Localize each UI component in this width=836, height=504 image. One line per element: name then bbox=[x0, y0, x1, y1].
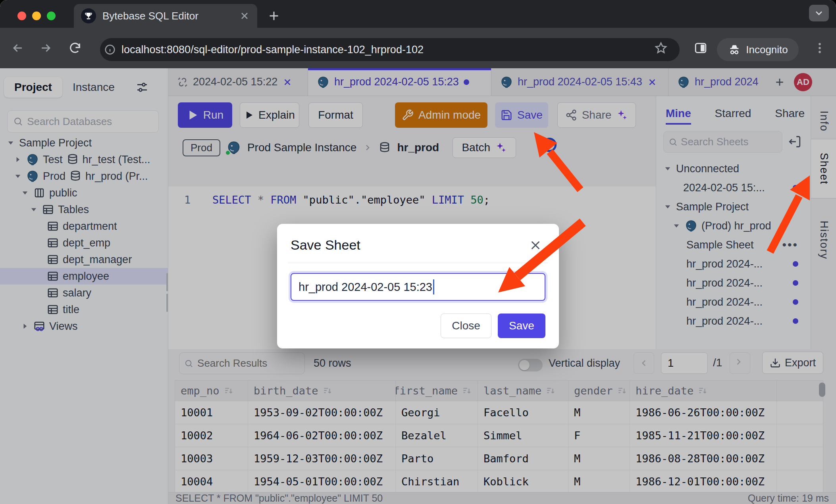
bookmark-star-icon[interactable] bbox=[654, 41, 668, 55]
forward-icon[interactable] bbox=[39, 41, 52, 55]
sheet-name-input[interactable]: hr_prod 2024-02-05 15:23 bbox=[291, 273, 545, 301]
browser-tab-strip: Bytebase SQL Editor bbox=[0, 0, 836, 28]
sheet-name-value: hr_prod 2024-02-05 15:23 bbox=[299, 281, 432, 294]
dialog-close-icon[interactable] bbox=[529, 239, 542, 252]
browser-tab-title: Bytebase SQL Editor bbox=[102, 10, 233, 22]
side-panel-icon[interactable] bbox=[694, 41, 707, 55]
url-text: localhost:8080/sql-editor/prod-sample-in… bbox=[121, 44, 424, 56]
text-cursor bbox=[433, 279, 434, 294]
browser-window: Bytebase SQL Editor localhost:8080/sql-e… bbox=[0, 0, 836, 504]
close-tab-icon[interactable] bbox=[239, 10, 250, 21]
browser-toolbar: localhost:8080/sql-editor/prod-sample-in… bbox=[0, 28, 836, 68]
save-sheet-dialog: Save Sheet hr_prod 2024-02-05 15:23 Clos… bbox=[277, 224, 559, 348]
incognito-badge: Incognito bbox=[717, 38, 799, 61]
close-window-button[interactable] bbox=[17, 12, 26, 20]
incognito-icon bbox=[728, 43, 741, 56]
url-bar[interactable]: localhost:8080/sql-editor/prod-sample-in… bbox=[100, 38, 680, 61]
reload-icon[interactable] bbox=[68, 41, 82, 55]
dialog-title: Save Sheet bbox=[291, 237, 360, 253]
dialog-close-button[interactable]: Close bbox=[441, 314, 491, 338]
bytebase-favicon bbox=[81, 8, 96, 23]
incognito-label: Incognito bbox=[746, 44, 788, 56]
browser-menu-icon[interactable] bbox=[813, 41, 826, 55]
browser-tab[interactable]: Bytebase SQL Editor bbox=[74, 4, 257, 28]
dialog-divider bbox=[288, 263, 548, 263]
back-icon[interactable] bbox=[11, 41, 25, 55]
site-info-icon[interactable] bbox=[104, 44, 116, 56]
new-tab-button[interactable] bbox=[267, 9, 281, 23]
zoom-window-button[interactable] bbox=[47, 12, 56, 20]
tab-search-chevron-button[interactable] bbox=[809, 5, 829, 21]
dialog-save-button[interactable]: Save bbox=[498, 314, 545, 338]
minimize-window-button[interactable] bbox=[32, 12, 41, 20]
